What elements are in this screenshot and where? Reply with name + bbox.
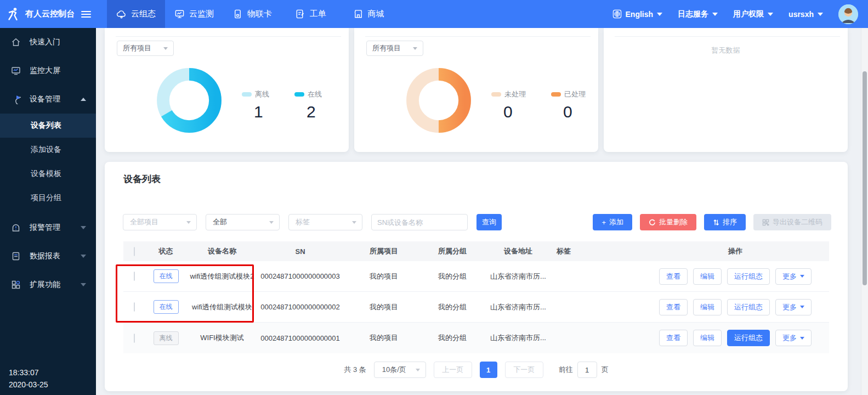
user-permission-menu[interactable]: 用户权限 — [733, 9, 773, 19]
run-scada-button[interactable]: 运行组态 — [727, 330, 770, 346]
log-service-menu[interactable]: 日志服务 — [678, 9, 718, 19]
avatar[interactable] — [838, 4, 858, 24]
project-select[interactable]: 全部项目 — [123, 214, 197, 230]
alarm-status-donut-chart — [405, 66, 473, 134]
query-button[interactable]: 查询 — [476, 214, 502, 230]
run-scada-button[interactable]: 运行组态 — [727, 299, 770, 315]
prev-page-button[interactable]: 上一页 — [434, 362, 472, 378]
sort-button[interactable]: 排序 — [704, 214, 746, 230]
sidebar-item-label: 快速入门 — [30, 37, 86, 47]
sort-label: 排序 — [723, 217, 737, 227]
view-button[interactable]: 查看 — [659, 330, 688, 346]
device-status-legend: 离线 1 在线 2 — [242, 89, 322, 121]
view-button[interactable]: 查看 — [659, 268, 688, 285]
sidebar-item-quick-start[interactable]: 快速入门 — [0, 28, 96, 57]
legend-label: 在线 — [308, 89, 322, 99]
more-button[interactable]: 更多 — [775, 330, 812, 346]
device-address: 山东省济南市历... — [480, 272, 557, 281]
legend-swatch-online — [294, 92, 304, 97]
device-list-title: 设备列表 — [123, 173, 161, 185]
col-tag: 标签 — [557, 246, 642, 256]
select-all-checkbox[interactable] — [134, 247, 135, 256]
row-checkbox[interactable] — [134, 334, 135, 343]
scrollbar-thumb[interactable] — [863, 71, 867, 285]
more-button[interactable]: 更多 — [775, 299, 812, 315]
goto-label: 前往 — [559, 365, 573, 375]
search-input[interactable] — [371, 214, 468, 230]
qr-code-icon — [762, 219, 769, 226]
usr-runner-logo-icon — [5, 7, 21, 22]
row-checkbox[interactable] — [134, 302, 135, 312]
run-scada-button[interactable]: 运行组态 — [727, 268, 770, 285]
chevron-down-icon — [81, 226, 86, 229]
hamburger-menu-icon[interactable] — [81, 11, 91, 18]
sidebar-item-add-device[interactable]: 添加设备 — [0, 138, 96, 162]
chevron-down-icon — [81, 255, 86, 258]
legend-item-offline: 离线 1 — [242, 89, 269, 121]
sidebar-item-project-group[interactable]: 项目分组 — [0, 186, 96, 210]
tab-label: 工单 — [310, 9, 326, 19]
tab-work-order[interactable]: 工单 — [281, 0, 339, 28]
nav-tabs: 云组态 云监测 物联卡 — [107, 0, 398, 28]
batch-delete-button[interactable]: 批量删除 — [640, 214, 696, 230]
page-size-select[interactable]: 10条/页 — [374, 362, 426, 378]
tab-cloud-scada[interactable]: 云组态 — [107, 0, 165, 28]
table-header-row: 状态 设备名称 SN 所属项目 所属分组 设备地址 标签 操作 — [123, 241, 829, 261]
sidebar-subitem-label: 添加设备 — [31, 145, 61, 155]
clock-time: 18:33:07 — [9, 366, 48, 379]
edit-button[interactable]: 编辑 — [693, 330, 722, 346]
project-filter-select[interactable]: 所有项目 — [366, 41, 423, 56]
col-group: 所属分组 — [425, 246, 480, 256]
vertical-scrollbar — [861, 28, 868, 395]
sidebar-item-monitor-screen[interactable]: 监控大屏 — [0, 57, 96, 85]
sidebar-subitem-label: 设备列表 — [31, 121, 61, 131]
sidebar-item-extensions[interactable]: 扩展功能 — [0, 270, 96, 299]
legend-label: 离线 — [255, 89, 269, 99]
status-badge: 离线 — [154, 331, 179, 345]
sidebar-item-device-mgmt[interactable]: 设备管理 — [0, 85, 96, 114]
sidebar-item-data-report[interactable]: 数据报表 — [0, 242, 96, 270]
goto-page: 前往 页 — [559, 362, 609, 378]
edit-button[interactable]: 编辑 — [693, 268, 722, 285]
add-button[interactable]: + 添加 — [593, 214, 632, 230]
tab-cloud-monitor[interactable]: 云监测 — [165, 0, 223, 28]
chevron-down-icon — [768, 13, 773, 16]
current-page-button[interactable]: 1 — [480, 362, 497, 378]
language-menu[interactable]: English — [612, 9, 663, 19]
username-menu[interactable]: usrsxh — [788, 10, 823, 19]
scope-select[interactable]: 全部 — [206, 214, 280, 230]
divider — [116, 36, 341, 37]
report-doc-icon — [11, 251, 21, 261]
device-name: wifi透传组测试模块2 — [186, 272, 258, 281]
sidebar-item-alarm-mgmt[interactable]: 报警管理 — [0, 213, 96, 242]
sidebar-item-device-list[interactable]: 设备列表 — [0, 114, 96, 138]
status-badge: 在线 — [154, 300, 179, 314]
legend-swatch-unhandled — [491, 92, 501, 97]
project-filter-select[interactable]: 所有项目 — [117, 41, 174, 56]
tab-iot-sim[interactable]: 物联卡 — [223, 0, 281, 28]
legend-value: 2 — [307, 103, 322, 121]
more-label: 更多 — [782, 302, 797, 312]
col-name: 设备名称 — [186, 246, 258, 256]
edit-button[interactable]: 编辑 — [693, 299, 722, 315]
view-button[interactable]: 查看 — [659, 299, 688, 315]
extensions-grid-icon — [11, 280, 21, 290]
tab-label: 商城 — [368, 9, 384, 19]
table-row: 在线 wifi透传组测试模块2 00024871000000000003 我的项… — [123, 261, 829, 292]
next-page-button[interactable]: 下一页 — [505, 362, 543, 378]
pie-chart-icon — [11, 94, 21, 104]
row-checkbox[interactable] — [134, 272, 135, 281]
goto-page-input[interactable] — [577, 362, 597, 378]
sidebar-item-device-template[interactable]: 设备模板 — [0, 162, 96, 186]
more-label: 更多 — [782, 333, 797, 343]
scope-select-value: 全部 — [213, 217, 227, 227]
more-button[interactable]: 更多 — [775, 268, 812, 285]
export-qr-button[interactable]: 导出设备二维码 — [753, 214, 831, 230]
tab-mall[interactable]: 商城 — [339, 0, 398, 28]
legend-label: 未处理 — [504, 89, 526, 99]
alarm-status-card: 所有项目 — [354, 28, 598, 152]
batch-delete-label: 批量删除 — [659, 217, 688, 227]
tag-select[interactable]: 标签 — [288, 214, 362, 230]
brand-title: 有人云控制台 — [25, 9, 75, 19]
legend-swatch-offline — [242, 92, 252, 97]
